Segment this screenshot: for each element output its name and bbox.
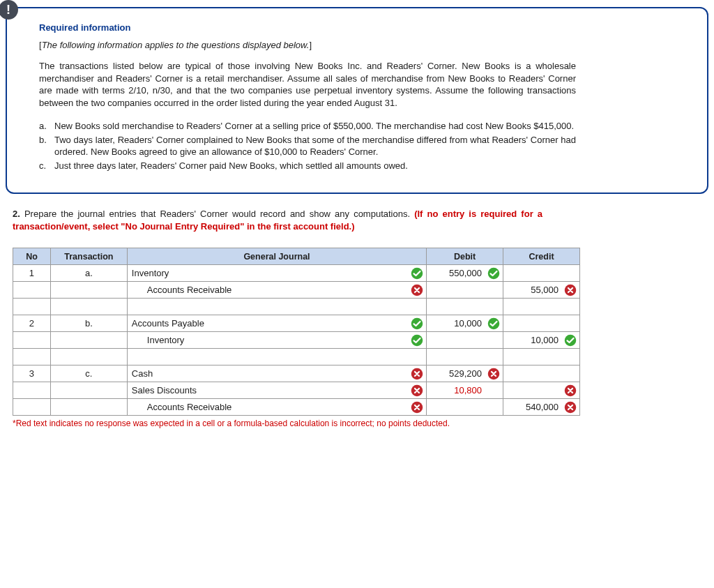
table-row: 3c.Cash529,200 bbox=[13, 365, 580, 382]
check-icon bbox=[411, 267, 423, 280]
credit-amount: 540,000 bbox=[503, 402, 561, 412]
header-debit: Debit bbox=[427, 248, 503, 265]
cell-transaction[interactable]: a. bbox=[50, 265, 127, 282]
cell-no[interactable] bbox=[13, 399, 51, 416]
account-name: Inventory bbox=[128, 333, 408, 347]
question-prompt: 2. Prepare the journal entries that Read… bbox=[13, 208, 542, 232]
cell-credit[interactable]: 10,000 bbox=[503, 332, 580, 349]
question-number: 2. bbox=[13, 209, 20, 219]
table-header-row: No Transaction General Journal Debit Cre… bbox=[13, 248, 580, 265]
cell-credit[interactable] bbox=[503, 365, 580, 382]
cell-no[interactable] bbox=[13, 299, 51, 315]
debit-amount: 10,800 bbox=[427, 385, 485, 395]
cell-transaction[interactable] bbox=[50, 399, 127, 416]
x-icon bbox=[564, 384, 577, 397]
list-item: c. Just three days later, Readers' Corne… bbox=[39, 160, 576, 172]
cell-account[interactable] bbox=[127, 349, 426, 365]
cell-account[interactable] bbox=[127, 299, 426, 315]
header-general-journal: General Journal bbox=[127, 248, 426, 265]
cell-credit[interactable]: 540,000 bbox=[503, 399, 580, 416]
item-marker: c. bbox=[39, 160, 54, 172]
cell-transaction[interactable] bbox=[50, 332, 127, 349]
list-item: b. Two days later, Readers' Corner compl… bbox=[39, 134, 576, 158]
cell-no[interactable] bbox=[13, 382, 51, 399]
cell-transaction[interactable] bbox=[50, 349, 127, 365]
cell-debit[interactable]: 529,200 bbox=[427, 365, 503, 382]
cell-account[interactable]: Inventory bbox=[127, 265, 426, 282]
cell-no[interactable] bbox=[13, 282, 51, 299]
item-marker: b. bbox=[39, 134, 54, 158]
scenario-paragraph: The transactions listed below are typica… bbox=[39, 60, 576, 109]
table-row: Inventory10,000 bbox=[13, 332, 580, 349]
journal-table: No Transaction General Journal Debit Cre… bbox=[13, 248, 580, 416]
table-row: 2b.Accounts Payable10,000 bbox=[13, 315, 580, 332]
cell-debit[interactable]: 550,000 bbox=[427, 265, 503, 282]
account-name: Cash bbox=[128, 366, 408, 381]
table-row: Accounts Receivable540,000 bbox=[13, 399, 580, 416]
required-info-heading: Required information bbox=[39, 22, 683, 33]
cell-account[interactable]: Inventory bbox=[127, 332, 426, 349]
cell-account[interactable]: Sales Discounts bbox=[127, 382, 426, 399]
x-icon bbox=[411, 284, 423, 296]
cell-debit[interactable] bbox=[427, 282, 503, 299]
header-transaction: Transaction bbox=[50, 248, 127, 265]
item-text: New Books sold merchandise to Readers' C… bbox=[54, 120, 576, 133]
account-name: Accounts Payable bbox=[128, 316, 408, 331]
account-name: Sales Discounts bbox=[128, 383, 408, 398]
cell-transaction[interactable]: b. bbox=[50, 315, 127, 332]
x-icon bbox=[564, 401, 577, 414]
item-text: Two days later, Readers' Corner complain… bbox=[54, 134, 576, 158]
applies-line: [The following information applies to th… bbox=[39, 40, 683, 50]
header-credit: Credit bbox=[503, 248, 580, 265]
table-row: 1a.Inventory550,000 bbox=[13, 265, 580, 282]
cell-no[interactable]: 2 bbox=[13, 315, 51, 332]
cell-credit[interactable] bbox=[503, 265, 580, 282]
cell-debit[interactable] bbox=[427, 349, 503, 365]
item-marker: a. bbox=[39, 120, 54, 133]
x-icon bbox=[564, 284, 577, 296]
transaction-list: a. New Books sold merchandise to Readers… bbox=[39, 120, 576, 172]
check-icon bbox=[411, 334, 423, 347]
cell-no[interactable]: 3 bbox=[13, 365, 51, 382]
cell-no[interactable] bbox=[13, 349, 51, 365]
x-icon bbox=[411, 368, 423, 380]
cell-transaction[interactable] bbox=[50, 382, 127, 399]
cell-debit[interactable]: 10,000 bbox=[427, 315, 503, 332]
cell-account[interactable]: Accounts Payable bbox=[127, 315, 426, 332]
check-icon bbox=[487, 267, 500, 280]
cell-transaction[interactable] bbox=[50, 282, 127, 299]
footnote: *Red text indicates no response was expe… bbox=[13, 419, 701, 428]
table-row bbox=[13, 349, 580, 365]
cell-debit[interactable] bbox=[427, 399, 503, 416]
account-name: Accounts Receivable bbox=[128, 282, 408, 297]
cell-account[interactable]: Accounts Receivable bbox=[127, 282, 426, 299]
account-name: Accounts Receivable bbox=[128, 400, 408, 414]
x-icon bbox=[411, 401, 423, 414]
table-row: Accounts Receivable55,000 bbox=[13, 282, 580, 299]
account-name bbox=[128, 355, 408, 359]
list-item: a. New Books sold merchandise to Readers… bbox=[39, 120, 576, 133]
cell-no[interactable]: 1 bbox=[13, 265, 51, 282]
cell-credit[interactable]: 55,000 bbox=[503, 282, 580, 299]
cell-debit[interactable]: 10,800 bbox=[427, 382, 503, 399]
account-name: Inventory bbox=[128, 266, 408, 280]
cell-transaction[interactable]: c. bbox=[50, 365, 127, 382]
table-row bbox=[13, 299, 580, 315]
cell-credit[interactable] bbox=[503, 382, 580, 399]
credit-amount: 10,000 bbox=[503, 335, 561, 345]
table-row: Sales Discounts10,800 bbox=[13, 382, 580, 399]
cell-credit[interactable] bbox=[503, 349, 580, 365]
cell-no[interactable] bbox=[13, 332, 51, 349]
check-icon bbox=[564, 334, 577, 347]
cell-account[interactable]: Accounts Receivable bbox=[127, 399, 426, 416]
cell-debit[interactable] bbox=[427, 332, 503, 349]
cell-credit[interactable] bbox=[503, 315, 580, 332]
x-icon bbox=[487, 368, 500, 380]
cell-account[interactable]: Cash bbox=[127, 365, 426, 382]
cell-credit[interactable] bbox=[503, 299, 580, 315]
cell-debit[interactable] bbox=[427, 299, 503, 315]
cell-transaction[interactable] bbox=[50, 299, 127, 315]
header-no: No bbox=[13, 248, 51, 265]
debit-amount: 529,200 bbox=[427, 368, 485, 379]
required-info-panel: ! Required information [The following in… bbox=[6, 7, 708, 194]
